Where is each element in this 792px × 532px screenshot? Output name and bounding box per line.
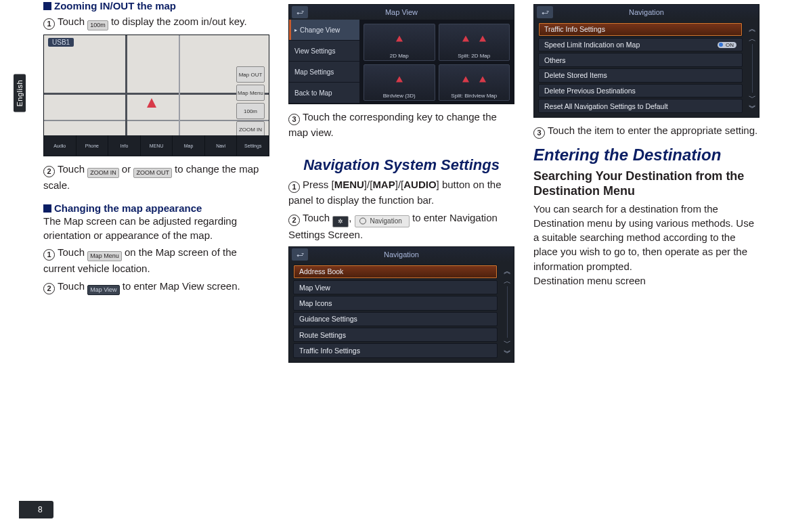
scroll-up-icon[interactable]: ︿ bbox=[504, 276, 511, 286]
scroll-top-icon[interactable]: ︽ bbox=[749, 24, 756, 34]
step-c3: 3Touch the corresponding key to change t… bbox=[288, 110, 514, 140]
back-button[interactable]: ⮐ bbox=[292, 6, 308, 18]
step-ns1: 1Press [MENU]/[MAP]/[AUDIO] button on th… bbox=[288, 177, 514, 208]
fn-phone[interactable]: Phone bbox=[76, 135, 108, 156]
step-a1: 1Touch Map Menu on the Map screen of the… bbox=[43, 245, 269, 276]
item-delete-prev-dest[interactable]: Delete Previous Destinations bbox=[538, 84, 743, 98]
square-bullet-icon bbox=[43, 204, 51, 213]
step-number-3-icon: 3 bbox=[533, 127, 545, 139]
column-left: Zooming IN/OUT the map 1Touch 100m to di… bbox=[43, 0, 269, 368]
menu-view-settings[interactable]: View Settings bbox=[289, 41, 359, 62]
item-traffic-info[interactable]: Traffic Info Settings bbox=[293, 343, 498, 357]
source-tag: USB1 bbox=[48, 38, 74, 47]
cell-split-2d[interactable]: Split: 2D Map bbox=[439, 24, 510, 61]
item-map-icons[interactable]: Map Icons bbox=[293, 296, 498, 310]
screen-title: Map View bbox=[385, 8, 418, 16]
section-title-enter-dest: Entering the Destination bbox=[533, 146, 760, 164]
figure-map-view: ⮐Map View ▸Change View View Settings Map… bbox=[288, 4, 514, 104]
figure-map-screen: USB1 Map OUT Map Menu 100m ZOOM IN Audio… bbox=[43, 35, 269, 156]
item-others[interactable]: Others bbox=[538, 53, 743, 67]
map-side-buttons: Map OUT Map Menu 100m ZOOM IN bbox=[236, 66, 265, 137]
cell-2d-map[interactable]: 2D Map bbox=[364, 24, 435, 61]
page-number: 8 bbox=[19, 501, 53, 518]
scroll-down-icon[interactable]: ﹀ bbox=[749, 93, 756, 103]
scroll-top-icon[interactable]: ︽ bbox=[504, 266, 511, 276]
step-ns2: 2Touch ✲, Navigation to enter Navigation… bbox=[288, 210, 514, 242]
map-view-chip[interactable]: Map View bbox=[87, 285, 119, 295]
scroll-bottom-icon[interactable]: ︾ bbox=[504, 348, 511, 358]
item-route-settings[interactable]: Route Settings bbox=[293, 328, 498, 342]
figure-nav-list-1: ⮐Navigation Address Book Map View Map Ic… bbox=[288, 246, 514, 363]
navigation-chip[interactable]: Navigation bbox=[355, 215, 410, 227]
scrollbar[interactable]: ︽︿﹀︾ bbox=[500, 262, 514, 362]
step-2: 2Touch ZOOM IN or ZOOM OUT to change the… bbox=[43, 162, 269, 193]
back-button[interactable]: ⮐ bbox=[537, 6, 553, 18]
step-1: 1Touch 100m to display the zoom in/out k… bbox=[43, 14, 269, 30]
item-speed-limit[interactable]: Speed Limit Indication on MapON bbox=[538, 38, 743, 52]
dest-tail: Destination menu screen bbox=[533, 273, 760, 288]
heading-zoom: Zooming IN/OUT the map bbox=[43, 0, 269, 12]
step-number-2-icon: 2 bbox=[288, 215, 300, 226]
fn-settings[interactable]: Settings bbox=[237, 135, 269, 156]
fn-info[interactable]: Info bbox=[108, 135, 140, 156]
step-r3: 3Touch the item to enter the appropriate… bbox=[533, 123, 760, 139]
function-bar: Audio Phone Info MENU Map Navi Settings bbox=[44, 135, 269, 156]
step-a2: 2Touch Map View to enter Map View screen… bbox=[43, 279, 269, 295]
fn-menu[interactable]: MENU bbox=[141, 135, 173, 156]
fn-navi[interactable]: Navi bbox=[205, 135, 237, 156]
language-tab: English bbox=[14, 74, 26, 112]
scroll-up-icon[interactable]: ︿ bbox=[749, 34, 756, 44]
toggle-on[interactable]: ON bbox=[718, 42, 736, 48]
back-button[interactable]: ⮐ bbox=[292, 248, 308, 261]
step-number-3-icon: 3 bbox=[288, 114, 300, 125]
map-out-button[interactable]: Map OUT bbox=[236, 66, 265, 83]
menu-back-to-map[interactable]: Back to Map bbox=[289, 83, 359, 104]
scroll-bottom-icon[interactable]: ︾ bbox=[749, 103, 756, 113]
zoom-in-chip[interactable]: ZOOM IN bbox=[87, 168, 119, 178]
scale-100m-button[interactable]: 100m bbox=[87, 20, 108, 30]
screen-title: Navigation bbox=[629, 8, 664, 16]
column-mid: ⮐Map View ▸Change View View Settings Map… bbox=[288, 0, 514, 368]
fn-audio[interactable]: Audio bbox=[44, 135, 76, 156]
square-bullet-icon bbox=[43, 2, 51, 10]
vehicle-marker-icon bbox=[147, 98, 156, 108]
menu-change-view[interactable]: ▸Change View bbox=[289, 20, 359, 41]
heading-appearance: Changing the map appearance bbox=[43, 202, 269, 214]
item-delete-stored[interactable]: Delete Stored Items bbox=[538, 68, 743, 83]
scroll-down-icon[interactable]: ﹀ bbox=[504, 338, 511, 348]
cell-split-birdview[interactable]: Split: Birdview Map bbox=[439, 64, 510, 102]
step-number-1-icon: 1 bbox=[43, 18, 55, 30]
figure-nav-list-2: ⮐Navigation Traffic Info Settings Speed … bbox=[533, 4, 760, 118]
subsection-title: Searching Your Destination from the Dest… bbox=[533, 169, 760, 199]
item-reset-all[interactable]: Reset All Navigation Settings to Default bbox=[538, 99, 743, 113]
appearance-body: The Map screen can be adjusted regarding… bbox=[43, 214, 269, 243]
gear-icon[interactable]: ✲ bbox=[332, 216, 349, 227]
item-guidance-settings[interactable]: Guidance Settings bbox=[293, 312, 498, 326]
dest-body: You can search for a destination from th… bbox=[533, 202, 760, 273]
step-number-2-icon: 2 bbox=[43, 166, 55, 177]
cell-birdview[interactable]: Birdview (3D) bbox=[364, 64, 435, 102]
menu-map-settings[interactable]: Map Settings bbox=[289, 62, 359, 83]
fn-map[interactable]: Map bbox=[173, 135, 204, 156]
scrollbar[interactable]: ︽︿﹀︾ bbox=[745, 20, 759, 117]
column-right: ⮐Navigation Traffic Info Settings Speed … bbox=[533, 0, 760, 368]
screen-title: Navigation bbox=[384, 250, 419, 259]
scale-button[interactable]: 100m bbox=[236, 103, 265, 119]
step-number-1-icon: 1 bbox=[288, 181, 300, 193]
step-number-2-icon: 2 bbox=[43, 283, 55, 294]
map-menu-button[interactable]: Map Menu bbox=[236, 85, 265, 101]
item-map-view[interactable]: Map View bbox=[293, 280, 498, 294]
item-address-book[interactable]: Address Book bbox=[293, 265, 498, 279]
section-title-nav-settings: Navigation System Settings bbox=[288, 156, 514, 173]
item-traffic-info-settings[interactable]: Traffic Info Settings bbox=[538, 22, 743, 37]
zoom-out-chip[interactable]: ZOOM OUT bbox=[133, 168, 172, 178]
map-menu-chip[interactable]: Map Menu bbox=[87, 251, 122, 261]
step-number-1-icon: 1 bbox=[43, 249, 55, 261]
